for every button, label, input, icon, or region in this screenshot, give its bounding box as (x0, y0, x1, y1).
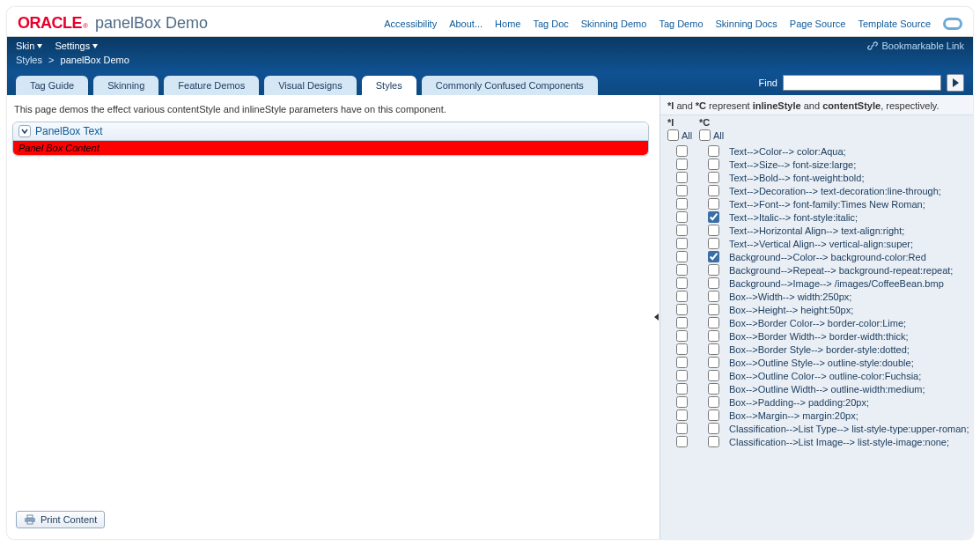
checkbox-inline-style[interactable] (676, 370, 688, 381)
checkbox-content-style[interactable] (708, 396, 719, 408)
checkbox-content-style[interactable] (708, 277, 719, 289)
tab-bar: Tag Guide Skinning Feature Demos Visual … (7, 70, 973, 95)
checkbox-inline-style[interactable] (676, 238, 688, 249)
style-row-label: Text-->Horizontal Align--> text-align:ri… (729, 225, 971, 236)
tab-styles[interactable]: Styles (362, 76, 416, 95)
legend-text: *I and *C represent inlineStyle and cont… (660, 95, 973, 115)
link-tag-demo[interactable]: Tag Demo (659, 18, 703, 29)
checkbox-inline-style[interactable] (676, 423, 688, 434)
checkbox-inline-style[interactable] (676, 159, 688, 170)
checkbox-content-style[interactable] (708, 159, 719, 170)
link-template-source[interactable]: Template Source (858, 18, 931, 29)
checkbox-content-style[interactable] (708, 211, 719, 223)
checkbox-inline-style[interactable] (676, 317, 688, 328)
checkbox-content-style[interactable] (708, 436, 719, 447)
checkbox-inline-style[interactable] (676, 225, 688, 236)
settings-menu[interactable]: Settings (55, 41, 98, 51)
style-row-label: Text-->Size--> font-size:large; (729, 159, 971, 170)
checkbox-inline-style[interactable] (676, 198, 688, 210)
checkbox-inline-style[interactable] (676, 251, 688, 262)
style-row: Classification-->List Type--> list-style… (666, 422, 971, 435)
content-area: This page demos the effect various conte… (7, 95, 973, 539)
style-row: Classification-->List Image--> list-styl… (666, 435, 971, 448)
link-about[interactable]: About... (449, 18, 483, 29)
checkbox-content-style[interactable] (708, 198, 719, 210)
link-home[interactable]: Home (495, 18, 520, 29)
checkbox-inline-style[interactable] (676, 264, 688, 276)
link-skinning-docs[interactable]: Skinning Docs (716, 18, 777, 29)
checkbox-content-style[interactable] (708, 423, 719, 434)
style-row: Text-->Vertical Align--> vertical-align:… (666, 237, 971, 250)
tab-tag-guide[interactable]: Tag Guide (16, 76, 88, 95)
checkbox-content-style[interactable] (708, 145, 719, 157)
tab-feature-demos[interactable]: Feature Demos (164, 76, 259, 95)
link-accessibility[interactable]: Accessibility (384, 18, 437, 29)
splitter-handle[interactable] (654, 95, 659, 539)
style-row: Box-->Width--> width:250px; (666, 290, 971, 303)
find-input[interactable] (783, 75, 941, 91)
checkbox-content-style[interactable] (708, 264, 719, 276)
legend-suffix: , respectively. (881, 100, 939, 111)
legend-middle: represent (706, 100, 753, 111)
checkbox-inline-style[interactable] (676, 291, 688, 302)
checkbox-inline-style[interactable] (676, 211, 688, 223)
oracle-pill-icon[interactable] (943, 18, 962, 30)
checkbox-inline-style[interactable] (676, 396, 688, 408)
checkbox-all-inline[interactable] (667, 129, 679, 141)
right-pane: *I and *C represent inlineStyle and cont… (659, 95, 973, 539)
checkbox-all-content[interactable] (699, 129, 711, 141)
checkbox-content-style[interactable] (708, 330, 719, 342)
checkbox-inline-style[interactable] (676, 277, 688, 289)
oracle-registered-mark: ® (83, 22, 88, 30)
checkbox-inline-style[interactable] (676, 410, 688, 421)
checkbox-content-style[interactable] (708, 317, 719, 328)
caret-down-icon (37, 44, 42, 48)
checkbox-inline-style[interactable] (676, 436, 688, 447)
style-row: Background-->Image--> /images/CoffeeBean… (666, 277, 971, 290)
checkbox-content-style[interactable] (708, 225, 719, 236)
checkbox-inline-style[interactable] (676, 304, 688, 315)
bookmarkable-link[interactable]: Bookmarkable Link (867, 41, 964, 51)
caret-down-icon (92, 44, 98, 48)
oracle-logo: ORACLE ® (18, 14, 88, 33)
checkbox-content-style[interactable] (708, 343, 719, 355)
link-page-source[interactable]: Page Source (790, 18, 846, 29)
tab-skinning[interactable]: Skinning (93, 76, 158, 95)
disclose-toggle[interactable] (18, 125, 31, 137)
style-row-label: Background-->Repeat--> background-repeat… (729, 265, 971, 276)
panelbox-body: Panel Box Content (13, 141, 648, 155)
checkbox-content-style[interactable] (708, 304, 719, 315)
link-tag-doc[interactable]: Tag Doc (533, 18, 568, 29)
column-headers: *I *C (660, 115, 973, 129)
checkbox-content-style[interactable] (708, 383, 719, 395)
style-table[interactable]: Text-->Color--> color:Aqua;Text-->Size--… (660, 144, 973, 539)
checkbox-inline-style[interactable] (676, 145, 688, 157)
print-content-button[interactable]: Print Content (16, 511, 105, 528)
checkbox-content-style[interactable] (708, 185, 719, 196)
style-row-label: Background-->Color--> background-color:R… (729, 252, 971, 262)
checkbox-content-style[interactable] (708, 410, 719, 421)
checkbox-content-style[interactable] (708, 370, 719, 381)
checkbox-inline-style[interactable] (676, 185, 688, 196)
tab-visual-designs[interactable]: Visual Designs (264, 76, 357, 95)
checkbox-content-style[interactable] (708, 238, 719, 249)
skin-menu[interactable]: Skin (16, 41, 42, 51)
checkbox-inline-style[interactable] (676, 172, 688, 183)
style-row-label: Classification-->List Type--> list-style… (729, 424, 971, 434)
breadcrumb-sep: > (48, 55, 54, 65)
checkbox-content-style[interactable] (708, 251, 719, 262)
checkbox-content-style[interactable] (708, 357, 719, 368)
panelbox-header: PanelBox Text (13, 122, 648, 141)
checkbox-content-style[interactable] (708, 172, 719, 183)
style-row-label: Box-->Outline Style--> outline-style:dou… (729, 358, 971, 368)
all-row: All All (660, 129, 973, 144)
find-go-button[interactable] (947, 74, 964, 92)
link-skinning-demo[interactable]: Skinning Demo (581, 18, 647, 29)
checkbox-content-style[interactable] (708, 291, 719, 302)
breadcrumb-root[interactable]: Styles (16, 55, 42, 65)
tab-commonly-confused[interactable]: Commonly Confused Components (422, 76, 598, 95)
checkbox-inline-style[interactable] (676, 357, 688, 368)
checkbox-inline-style[interactable] (676, 330, 688, 342)
checkbox-inline-style[interactable] (676, 343, 688, 355)
checkbox-inline-style[interactable] (676, 383, 688, 395)
